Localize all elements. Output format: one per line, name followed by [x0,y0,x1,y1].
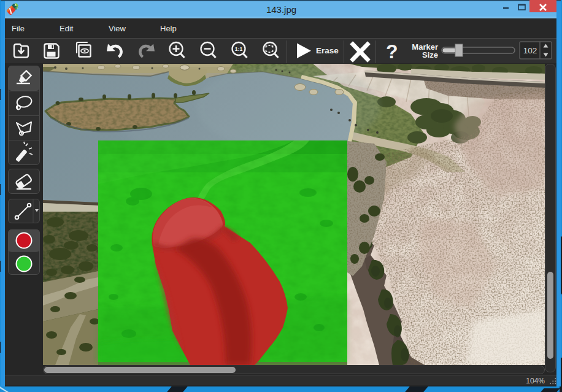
svg-text:102: 102 [523,46,537,55]
svg-text:1:1: 1:1 [235,46,243,52]
svg-text:Erase: Erase [316,46,339,55]
svg-text:Size: Size [422,50,438,60]
svg-text:?: ? [386,40,398,63]
